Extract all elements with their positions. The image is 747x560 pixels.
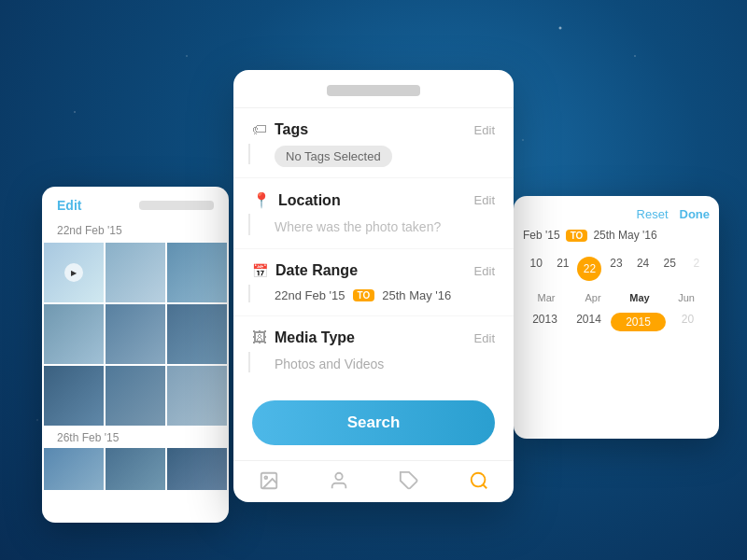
location-header: 📍 Location Edit [252, 191, 495, 209]
tags-edit-button[interactable]: Edit [474, 123, 495, 137]
nav-search[interactable] [469, 470, 489, 491]
photo-grid-top: ▶ [42, 243, 229, 426]
tags-title-row: 🏷 Tags [252, 121, 308, 138]
tags-title: Tags [275, 121, 308, 138]
calendar-day[interactable]: 10 [523, 253, 550, 285]
calendar-year[interactable]: 2013 [523, 313, 567, 331]
location-placeholder[interactable]: Where was the photo taken? [275, 219, 441, 234]
tags-nav-icon [399, 470, 419, 491]
date-to-badge: TO [353, 289, 375, 301]
edit-button[interactable]: Edit [57, 198, 81, 213]
section-left-bar [248, 144, 250, 164]
calendar-done-button[interactable]: Done [680, 207, 711, 221]
main-filter-panel: 🏷 Tags Edit No Tags Selected 📍 Location … [233, 70, 514, 502]
calendar-month[interactable]: Jun [663, 292, 710, 303]
tags-section: 🏷 Tags Edit No Tags Selected [233, 108, 514, 178]
photo-grid-panel: Edit 22nd Feb '15 ▶ 26th Feb '15 [42, 187, 229, 523]
date-range-title: Date Range [275, 262, 358, 279]
calendar-panel: Reset Done Feb '15 TO 25th May '16 10 21… [514, 196, 719, 439]
calendar-date-to: 25th May '16 [593, 229, 656, 242]
to-badge: TO [566, 230, 588, 242]
date-from: 22nd Feb '15 [275, 288, 345, 302]
date-range-values: 22nd Feb '15 TO 25th May '16 [275, 288, 495, 302]
photo-cell[interactable] [106, 304, 165, 364]
panel-title-blurred [327, 85, 420, 96]
main-panel-header [233, 70, 514, 108]
calendar-day[interactable]: 25 [656, 253, 684, 285]
photo-cell[interactable] [106, 366, 165, 426]
nav-people[interactable] [329, 470, 349, 491]
calendar-year[interactable]: 20 [666, 313, 710, 331]
date-range-edit-button[interactable]: Edit [474, 264, 495, 278]
people-nav-icon [329, 470, 349, 491]
highlighted-day-circle: 22 [577, 257, 601, 281]
photo-cell[interactable]: ▶ [44, 243, 104, 302]
photo-cell[interactable] [167, 366, 227, 426]
svg-point-2 [335, 473, 342, 480]
calendar-day[interactable]: 21 [550, 253, 577, 285]
svg-point-4 [471, 473, 485, 487]
photos-nav-icon [259, 470, 279, 491]
media-type-section: 🖼 Media Type Edit Photos and Videos [233, 316, 514, 385]
section-left-bar [248, 214, 250, 235]
photo-grid-bottom [42, 448, 229, 490]
date-to: 25th May '16 [382, 288, 451, 302]
tags-badge[interactable]: No Tags Selected [275, 146, 392, 167]
location-title: Location [278, 192, 341, 209]
date-range-title-row: 📅 Date Range [252, 262, 358, 279]
location-section: 📍 Location Edit Where was the photo take… [233, 178, 514, 249]
photo-cell[interactable] [167, 448, 227, 490]
section-left-bar [248, 285, 250, 302]
calendar-day[interactable]: 2 [683, 253, 710, 285]
calendar-days-row: 10 21 22 23 24 25 2 [523, 253, 710, 285]
photo-cell[interactable] [44, 448, 104, 490]
photo-cell[interactable] [44, 304, 104, 364]
panel-left-header: Edit [42, 187, 229, 220]
media-type-title: Media Type [275, 329, 355, 346]
location-edit-button[interactable]: Edit [474, 193, 495, 207]
calendar-day[interactable]: 23 [603, 253, 630, 285]
calendar-month[interactable]: Apr [570, 292, 616, 303]
nav-tags[interactable] [399, 470, 419, 491]
search-nav-icon [469, 470, 489, 491]
media-type-edit-button[interactable]: Edit [474, 331, 495, 345]
media-type-header: 🖼 Media Type Edit [252, 329, 495, 346]
calendar-months-row: Mar Apr May Jun [523, 292, 710, 303]
media-type-title-row: 🖼 Media Type [252, 329, 355, 346]
calendar-date-from: Feb '15 [523, 229, 560, 242]
media-type-value: Photos and Videos [275, 357, 384, 371]
calendar-years-row: 2013 2014 2015 20 [523, 313, 710, 331]
date-range-header: 📅 Date Range Edit [252, 262, 495, 279]
calendar-header: Reset Done [523, 207, 710, 221]
calendar-day-highlighted[interactable]: 22 [576, 253, 603, 285]
location-icon: 📍 [252, 191, 271, 209]
date-range-icon: 📅 [252, 263, 268, 278]
photo-cell[interactable] [106, 448, 165, 490]
photo-cell[interactable] [106, 243, 165, 302]
location-title-row: 📍 Location [252, 191, 341, 209]
panel-title-blur [139, 201, 214, 210]
calendar-reset-button[interactable]: Reset [637, 207, 669, 221]
photo-cell[interactable] [44, 366, 104, 426]
nav-photos[interactable] [259, 470, 279, 491]
calendar-day[interactable]: 24 [629, 253, 656, 285]
calendar-year-highlighted[interactable]: 2015 [611, 313, 666, 331]
section-left-bar [248, 352, 250, 372]
tags-icon: 🏷 [252, 121, 267, 138]
calendar-year[interactable]: 2014 [567, 313, 611, 331]
calendar-date-range: Feb '15 TO 25th May '16 [523, 229, 710, 242]
photo-cell[interactable] [167, 304, 227, 364]
play-icon: ▶ [64, 263, 83, 282]
date-label-bottom: 26th Feb '15 [42, 426, 229, 448]
calendar-month[interactable]: May [616, 292, 663, 303]
calendar-month[interactable]: Mar [523, 292, 570, 303]
svg-point-1 [264, 476, 267, 479]
tags-header: 🏷 Tags Edit [252, 121, 495, 138]
search-button[interactable]: Search [252, 400, 495, 445]
photo-cell[interactable] [167, 243, 227, 302]
date-range-section: 📅 Date Range Edit 22nd Feb '15 TO 25th M… [233, 249, 514, 316]
bottom-navigation [233, 460, 514, 502]
date-label-top: 22nd Feb '15 [42, 220, 229, 243]
media-type-icon: 🖼 [252, 329, 267, 346]
svg-line-5 [483, 484, 486, 488]
